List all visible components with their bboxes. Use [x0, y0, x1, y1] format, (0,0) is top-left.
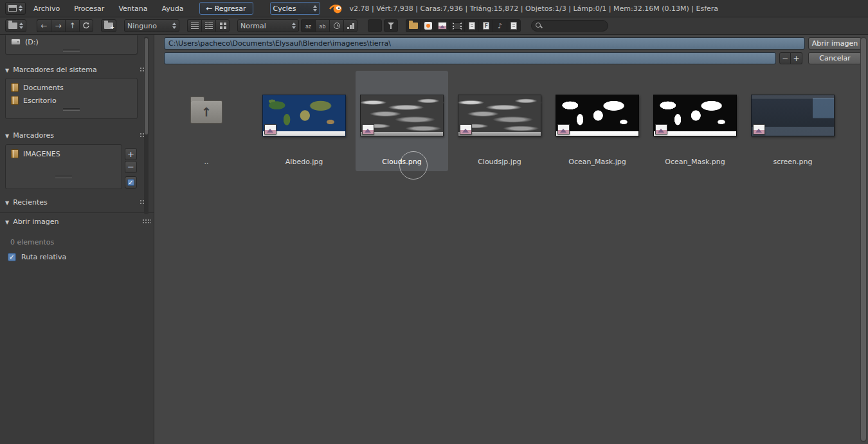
collapse-triangle-icon — [5, 198, 9, 207]
bookmarks-panel: IMAGENES — [5, 144, 122, 189]
parent-dir-button[interactable] — [65, 19, 79, 32]
file-name: Albedo.jpg — [258, 158, 350, 166]
bookmark-item-imagenes[interactable]: IMAGENES — [6, 147, 122, 160]
system-bookmarks-panel: Documents Escritorio — [5, 78, 138, 119]
sort-mode-select[interactable]: Normal — [237, 19, 299, 32]
bookmark-item-escritorio[interactable]: Escritorio — [6, 94, 137, 107]
filter-blend-button[interactable] — [420, 19, 435, 32]
scene-stats-text: v2.78 | Vért:7,938 | Caras:7,936 | Trián… — [350, 5, 718, 13]
file-item-ocean-mask-png[interactable]: Ocean_Mask.png — [649, 71, 741, 171]
chevron-updown-icon — [19, 5, 23, 12]
file-item-albedo[interactable]: Albedo.jpg — [258, 71, 350, 171]
chevron-updown-icon — [172, 23, 176, 29]
editor-type-button[interactable] — [5, 19, 26, 32]
bookmark-icon — [11, 149, 19, 158]
menu-ayuda[interactable]: Ayuda — [156, 5, 190, 13]
system-bookmarks-header[interactable]: Marcadores del sistema — [5, 64, 149, 75]
filter-script-button[interactable] — [464, 19, 478, 32]
refresh-button[interactable] — [79, 19, 93, 32]
image-thumbnail — [458, 95, 541, 136]
relative-path-checkbox[interactable] — [8, 253, 16, 261]
image-thumbnail — [360, 95, 444, 136]
filter-sound-button[interactable] — [493, 19, 507, 32]
sort-mode-value: Normal — [240, 22, 266, 30]
back-button[interactable]: Regresar — [199, 2, 253, 15]
show-hidden-toggle[interactable] — [368, 19, 382, 32]
cancel-button[interactable]: Cancelar — [808, 52, 862, 64]
bookmarks-header[interactable]: Marcadores — [5, 130, 149, 140]
filter-text-button[interactable] — [507, 19, 521, 32]
file-name: Ocean_Mask.png — [649, 158, 741, 166]
sound-filter-icon — [498, 22, 502, 30]
file-item-cloudsjp[interactable]: Cloudsjp.jpg — [453, 71, 546, 171]
sidebar-scrollbar-thumb[interactable] — [145, 38, 148, 134]
operator-panel-header[interactable]: Abrir imagen — [5, 216, 151, 227]
file-filter-group — [406, 19, 521, 32]
folder-filter-icon — [409, 23, 418, 29]
main-scrollbar[interactable] — [860, 37, 867, 442]
panel-resize-grip[interactable] — [63, 108, 80, 111]
menu-archivo[interactable]: Archivo — [27, 5, 66, 13]
relative-path-label: Ruta relativa — [21, 253, 66, 261]
sort-size-button[interactable] — [343, 19, 357, 32]
search-input[interactable] — [546, 22, 602, 30]
drive-item[interactable]: (D:) — [6, 35, 137, 48]
sort-time-button[interactable] — [329, 19, 343, 32]
engine-value: Cycles — [273, 5, 296, 13]
editor-type-button[interactable] — [5, 2, 26, 15]
render-engine-select[interactable]: Cycles — [270, 2, 320, 15]
system-bookmarks-title: Marcadores del sistema — [13, 66, 97, 74]
menu-procesar[interactable]: Procesar — [68, 5, 111, 13]
filter-movie-button[interactable] — [449, 19, 464, 32]
image-thumbnail — [556, 95, 639, 136]
panel-resize-grip[interactable] — [55, 176, 72, 178]
disk-icon — [11, 39, 21, 45]
filename-increment-button[interactable]: + — [791, 52, 802, 64]
create-directory-button[interactable]: + — [101, 19, 116, 32]
menu-ventana[interactable]: Ventana — [112, 5, 154, 13]
search-field[interactable] — [531, 20, 608, 32]
file-item-clouds-selected[interactable]: Clouds.png — [356, 71, 448, 171]
clock-icon — [334, 23, 340, 29]
sort-extension-button[interactable] — [315, 19, 329, 32]
chevron-updown-icon — [292, 23, 296, 29]
forward-nav-button[interactable] — [51, 19, 65, 32]
sidebar-scrollbar[interactable] — [144, 37, 149, 214]
file-item-ocean-mask-jpg[interactable]: Ocean_Mask.jpg — [551, 71, 644, 171]
long-list-icon — [205, 23, 213, 29]
bookmark-label: IMAGENES — [23, 150, 60, 158]
chevron-updown-icon — [313, 5, 317, 12]
main-scrollbar-thumb[interactable] — [861, 38, 866, 441]
panel-drag-dots[interactable] — [142, 219, 151, 224]
bookmark-icon — [11, 83, 19, 92]
filter-toggle-button[interactable] — [384, 19, 398, 32]
filename-decrement-button[interactable]: − — [779, 52, 791, 64]
image-file-icon — [655, 124, 667, 134]
open-image-button[interactable]: Abrir imagen — [808, 37, 862, 50]
file-item-screen[interactable]: screen.png — [746, 71, 839, 171]
add-bookmark-button[interactable]: + — [125, 148, 137, 160]
filename-input[interactable] — [164, 52, 776, 64]
sort-alpha-button[interactable] — [301, 19, 315, 32]
back-nav-button[interactable] — [37, 19, 51, 32]
collapse-triangle-icon — [5, 131, 9, 140]
sidebar: (D:) Marcadores del sistema Documents Es… — [0, 35, 154, 444]
recent-folders-select[interactable]: Ninguno — [124, 19, 179, 32]
collapse-triangle-icon — [5, 217, 9, 226]
recent-header[interactable]: Recientes — [5, 197, 149, 207]
file-item-parent[interactable]: .. — [160, 71, 253, 171]
short-list-view-button[interactable] — [187, 19, 201, 32]
thumbnail-view-button[interactable] — [215, 19, 230, 32]
back-arrow-icon — [206, 4, 213, 13]
panel-resize-grip[interactable] — [63, 50, 80, 52]
filter-image-button[interactable] — [435, 19, 449, 32]
filter-font-button[interactable] — [478, 19, 493, 32]
plus-icon: + — [127, 149, 134, 159]
bookmark-item-documents[interactable]: Documents — [6, 81, 137, 94]
bookmark-filter-button[interactable] — [125, 176, 137, 189]
filter-folder-button[interactable] — [406, 19, 420, 32]
directory-path-input[interactable] — [164, 37, 805, 50]
remove-bookmark-button[interactable]: − — [125, 161, 137, 173]
short-list-icon — [191, 23, 199, 29]
long-list-view-button[interactable] — [201, 19, 215, 32]
